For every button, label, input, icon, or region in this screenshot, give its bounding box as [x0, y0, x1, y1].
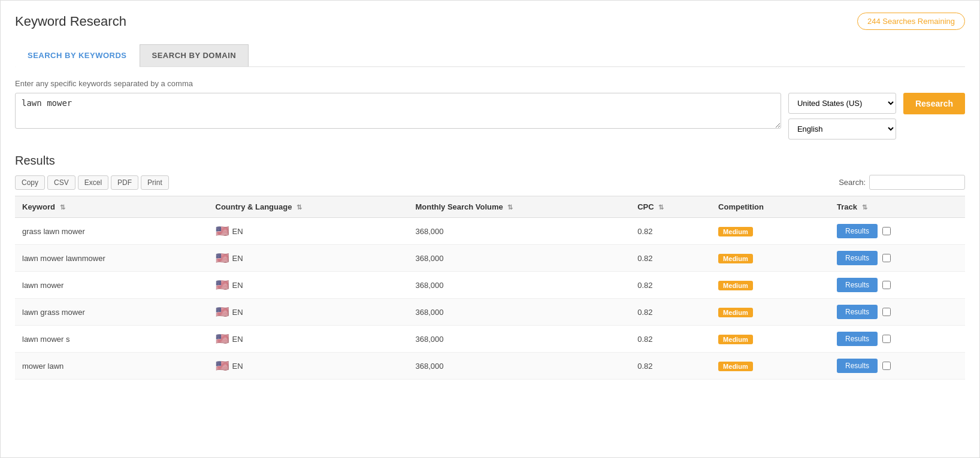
results-section: Results Copy CSV Excel PDF Print Search:…: [15, 154, 965, 380]
cell-competition: Medium: [711, 272, 830, 299]
sort-icon-track[interactable]: ⇅: [862, 204, 867, 211]
track-checkbox[interactable]: [882, 281, 891, 289]
cell-monthly-search-volume: 368,000: [408, 272, 630, 299]
cell-keyword: lawn mower lawnmower: [15, 245, 208, 272]
table-row: mower lawn🇺🇸EN368,0000.82MediumResults: [15, 353, 965, 380]
flag-icon: 🇺🇸: [216, 278, 229, 292]
cell-competition: Medium: [711, 326, 830, 353]
cell-cpc: 0.82: [630, 299, 711, 326]
tabs-container: SEARCH BY KEYWORDS SEARCH BY DOMAIN: [15, 44, 965, 67]
col-track: Track ⇅: [830, 196, 965, 218]
cell-country-language: 🇺🇸EN: [208, 245, 409, 272]
cell-monthly-search-volume: 368,000: [408, 326, 630, 353]
cell-keyword: grass lawn mower: [15, 218, 208, 245]
cell-keyword: lawn mower s: [15, 326, 208, 353]
flag-icon: 🇺🇸: [216, 332, 229, 345]
cell-monthly-search-volume: 368,000: [408, 353, 630, 380]
cell-monthly-search-volume: 368,000: [408, 218, 630, 245]
competition-badge: Medium: [718, 362, 753, 371]
pdf-button[interactable]: PDF: [111, 175, 138, 190]
cell-country-language: 🇺🇸EN: [208, 272, 409, 299]
results-button[interactable]: Results: [837, 224, 878, 238]
cell-country-language: 🇺🇸EN: [208, 218, 409, 245]
page-title: Keyword Research: [15, 14, 126, 29]
cell-keyword: lawn grass mower: [15, 299, 208, 326]
results-button[interactable]: Results: [837, 251, 878, 265]
csv-button[interactable]: CSV: [47, 175, 75, 190]
cell-cpc: 0.82: [630, 245, 711, 272]
cell-competition: Medium: [711, 245, 830, 272]
cell-monthly-search-volume: 368,000: [408, 299, 630, 326]
searches-remaining-badge: 244 Searches Remaining: [857, 13, 965, 30]
tab-search-by-keywords[interactable]: SEARCH BY KEYWORDS: [15, 44, 140, 67]
cell-track: Results: [830, 245, 965, 272]
sort-icon-keyword[interactable]: ⇅: [60, 204, 65, 211]
competition-badge: Medium: [718, 227, 753, 236]
col-country-language: Country & Language ⇅: [208, 196, 409, 218]
cell-country-language: 🇺🇸EN: [208, 299, 409, 326]
copy-button[interactable]: Copy: [15, 175, 45, 190]
competition-badge: Medium: [718, 308, 753, 317]
competition-badge: Medium: [718, 281, 753, 290]
track-checkbox[interactable]: [882, 335, 891, 343]
table-header-row: Keyword ⇅ Country & Language ⇅ Monthly S…: [15, 196, 965, 218]
competition-badge: Medium: [718, 254, 753, 263]
research-button[interactable]: Research: [903, 93, 965, 114]
cell-country-language: 🇺🇸EN: [208, 353, 409, 380]
search-row: lawn mower United States (US) United Kin…: [15, 93, 965, 139]
excel-button[interactable]: Excel: [78, 175, 108, 190]
col-monthly-search-volume: Monthly Search Volume ⇅: [408, 196, 630, 218]
export-buttons: Copy CSV Excel PDF Print: [15, 175, 169, 190]
flag-icon: 🇺🇸: [216, 225, 229, 238]
col-keyword: Keyword ⇅: [15, 196, 208, 218]
table-row: lawn mower lawnmower🇺🇸EN368,0000.82Mediu…: [15, 245, 965, 272]
track-checkbox[interactable]: [882, 362, 891, 370]
cell-cpc: 0.82: [630, 353, 711, 380]
print-button[interactable]: Print: [141, 175, 169, 190]
table-row: lawn mower🇺🇸EN368,0000.82MediumResults: [15, 272, 965, 299]
table-search-label: Search:: [839, 178, 866, 187]
sort-icon-volume[interactable]: ⇅: [507, 204, 513, 211]
results-title: Results: [15, 154, 965, 168]
flag-icon: 🇺🇸: [216, 251, 229, 265]
track-checkbox[interactable]: [882, 254, 891, 262]
results-button[interactable]: Results: [837, 305, 878, 319]
cell-monthly-search-volume: 368,000: [408, 245, 630, 272]
table-search-row: Search:: [839, 175, 965, 190]
cell-cpc: 0.82: [630, 272, 711, 299]
cell-track: Results: [830, 326, 965, 353]
results-button[interactable]: Results: [837, 278, 878, 292]
right-controls: United States (US) United Kingdom (UK) C…: [788, 93, 896, 139]
keyword-input[interactable]: lawn mower: [15, 93, 781, 129]
cell-competition: Medium: [711, 353, 830, 380]
results-button[interactable]: Results: [837, 359, 878, 373]
flag-icon: 🇺🇸: [216, 305, 229, 319]
results-button[interactable]: Results: [837, 332, 878, 346]
cell-track: Results: [830, 353, 965, 380]
track-checkbox[interactable]: [882, 227, 891, 235]
page-wrapper: Keyword Research 244 Searches Remaining …: [0, 0, 980, 458]
table-row: lawn grass mower🇺🇸EN368,0000.82MediumRes…: [15, 299, 965, 326]
table-row: lawn mower s🇺🇸EN368,0000.82MediumResults: [15, 326, 965, 353]
competition-badge: Medium: [718, 335, 753, 344]
sort-icon-cpc[interactable]: ⇅: [658, 204, 664, 211]
language-select[interactable]: English Spanish French German: [788, 119, 896, 139]
page-header: Keyword Research 244 Searches Remaining: [15, 13, 965, 30]
cell-track: Results: [830, 272, 965, 299]
cell-track: Results: [830, 299, 965, 326]
tab-search-by-domain[interactable]: SEARCH BY DOMAIN: [140, 44, 249, 66]
cell-competition: Medium: [711, 218, 830, 245]
sort-icon-country[interactable]: ⇅: [297, 204, 302, 211]
country-select[interactable]: United States (US) United Kingdom (UK) C…: [788, 93, 896, 114]
cell-competition: Medium: [711, 299, 830, 326]
input-label: Enter any specific keywords separated by…: [15, 79, 965, 88]
results-table: Keyword ⇅ Country & Language ⇅ Monthly S…: [15, 196, 965, 380]
track-checkbox[interactable]: [882, 308, 891, 316]
table-row: grass lawn mower🇺🇸EN368,0000.82MediumRes…: [15, 218, 965, 245]
cell-keyword: lawn mower: [15, 272, 208, 299]
cell-country-language: 🇺🇸EN: [208, 326, 409, 353]
cell-cpc: 0.82: [630, 218, 711, 245]
cell-cpc: 0.82: [630, 326, 711, 353]
col-cpc: CPC ⇅: [630, 196, 711, 218]
table-search-input[interactable]: [869, 175, 965, 190]
